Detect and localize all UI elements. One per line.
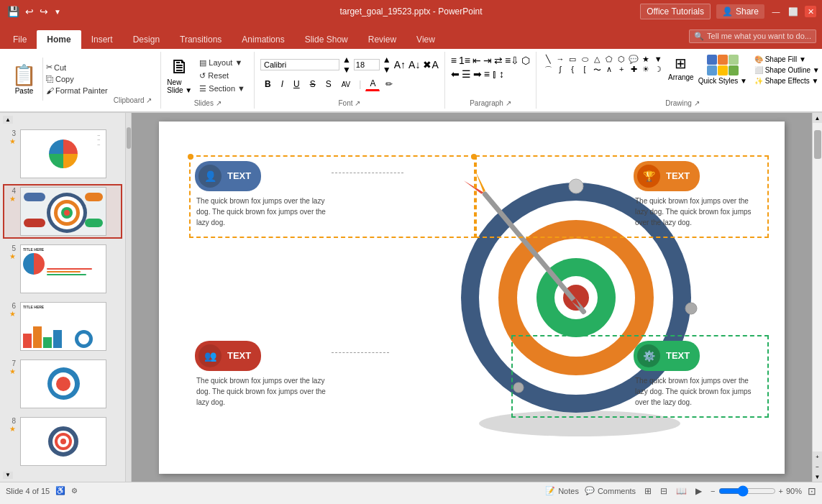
shape-effects-button[interactable]: ✨ Shape Effects ▼ <box>752 76 822 86</box>
slide-panel-scrollbar[interactable] <box>126 113 132 482</box>
normal-view-button[interactable]: ⊞ <box>641 485 654 498</box>
notes-button[interactable]: 📝 Notes <box>545 486 579 495</box>
shape-wave[interactable]: 〜 <box>591 65 603 75</box>
increase-indent-button[interactable]: ⇥ <box>483 55 492 66</box>
tab-transitions[interactable]: Transitions <box>170 30 232 49</box>
layout-button[interactable]: ▤ Layout ▼ <box>196 58 248 68</box>
tab-slideshow[interactable]: Slide Show <box>295 30 358 49</box>
scroll-up-right[interactable]: ▲ <box>813 113 823 123</box>
zoom-out-button[interactable]: − <box>711 487 715 495</box>
tab-insert[interactable]: Insert <box>81 30 123 49</box>
italic-button[interactable]: I <box>277 78 288 91</box>
minimize-button[interactable]: — <box>770 6 782 17</box>
bullets-button[interactable]: ≡ <box>451 55 457 66</box>
ribbon-search[interactable]: 🔍 Tell me what you want to do... <box>689 29 816 43</box>
tab-home[interactable]: Home <box>37 30 81 49</box>
shape-curve[interactable]: ⌒ <box>542 65 554 75</box>
slide-item-3[interactable]: 3 ★ ─── <box>3 127 122 181</box>
scroll-down-button[interactable]: ▼ <box>3 472 13 480</box>
shape-plus[interactable]: + <box>616 65 627 75</box>
shape-pentagon[interactable]: ⬠ <box>603 55 615 64</box>
tab-view[interactable]: View <box>406 30 445 49</box>
shape-triangle[interactable]: △ <box>591 55 603 64</box>
comments-button[interactable]: 💬 Comments <box>585 486 636 495</box>
tab-animations[interactable]: Animations <box>232 30 294 49</box>
format-painter-button[interactable]: 🖌 Format Painter <box>43 86 111 96</box>
shape-sun[interactable]: ☀ <box>640 65 652 75</box>
slideshow-button[interactable]: ▶ <box>693 485 705 498</box>
align-right-button[interactable]: ➡ <box>473 68 482 80</box>
char-spacing-button[interactable]: AV <box>337 79 355 90</box>
text-direction-button[interactable]: ⇄ <box>494 55 503 66</box>
font-color-button[interactable]: A <box>365 77 380 91</box>
zoom-slider[interactable] <box>718 485 776 497</box>
fit-slide-button[interactable]: ⊡ <box>808 485 816 497</box>
shape-line[interactable]: ╲ <box>542 55 554 64</box>
quick-styles-button[interactable]: Quick Styles ▼ <box>698 55 747 85</box>
justify-button[interactable]: ≡ <box>484 68 490 80</box>
arrange-button[interactable]: ⊞ Arrange <box>668 55 694 81</box>
decrease-indent-button[interactable]: ⇤ <box>472 55 481 66</box>
zoom-in-button[interactable]: + <box>779 487 783 495</box>
tab-design[interactable]: Design <box>123 30 170 49</box>
decrease-font-size-button[interactable]: A↓ <box>408 59 420 70</box>
restore-button[interactable]: ⬜ <box>787 6 799 17</box>
new-slide-button[interactable]: 🗎 NewSlide ▼ <box>167 55 192 94</box>
shape-bracket[interactable]: [ <box>579 65 590 75</box>
scroll-up-button[interactable]: ▲ <box>3 116 13 124</box>
shape-curve2[interactable]: ∫ <box>554 65 566 75</box>
customize-icon[interactable]: ▼ <box>52 8 63 16</box>
undo-icon[interactable]: ↩ <box>24 6 35 17</box>
shape-moon[interactable]: ☽ <box>652 65 664 75</box>
font-size-input[interactable] <box>354 59 380 70</box>
scroll-down-right[interactable]: ▼ <box>813 472 823 482</box>
slide-item-7[interactable]: 7 ★ <box>3 357 122 411</box>
slide-canvas[interactable]: 👤 TEXT The quick brown fox jumps over th… <box>159 122 785 474</box>
share-button[interactable]: 👤 Share <box>716 4 764 19</box>
reading-view-button[interactable]: 📖 <box>673 485 690 498</box>
scroll-zoom-in[interactable]: + <box>813 452 823 462</box>
shadow-button[interactable]: S <box>321 78 336 91</box>
bold-button[interactable]: B <box>260 78 275 91</box>
close-button[interactable]: ✕ <box>805 6 816 17</box>
line-spacing-button[interactable]: ↕ <box>499 68 504 80</box>
copy-button[interactable]: ⿻ Copy <box>43 74 77 84</box>
slide-item-6[interactable]: 6 ★ TITLE HERE <box>3 299 122 354</box>
shape-oval[interactable]: ⬭ <box>579 55 590 64</box>
right-scrollbar[interactable]: ▲ + − ▼ <box>812 113 822 482</box>
tab-file[interactable]: File <box>3 30 37 49</box>
increase-font-size-button[interactable]: A↑ <box>394 59 406 70</box>
shape-brace[interactable]: { <box>567 65 578 75</box>
smartart-button[interactable]: ⬡ <box>521 55 530 66</box>
reset-button[interactable]: ↺ Reset <box>196 70 248 81</box>
align-center-button[interactable]: ☰ <box>462 68 471 80</box>
shape-arrow[interactable]: → <box>554 55 566 64</box>
slide-sorter-button[interactable]: ⊟ <box>657 485 670 498</box>
save-icon[interactable]: 💾 <box>6 6 21 17</box>
font-name-input[interactable] <box>260 59 339 70</box>
underline-button[interactable]: U <box>289 78 304 91</box>
strikethrough-button[interactable]: S <box>306 78 320 91</box>
clear-format-button[interactable]: ✖A <box>423 59 438 70</box>
shape-hex[interactable]: ⬡ <box>616 55 627 64</box>
shape-outline-button[interactable]: ⬜ Shape Outline ▼ <box>752 65 822 75</box>
slide-item-4[interactable]: 4 ★ <box>3 184 122 239</box>
slide-item-8[interactable]: 8 ★ <box>3 414 122 469</box>
redo-icon[interactable]: ↪ <box>38 6 50 17</box>
numbering-button[interactable]: 1≡ <box>459 55 470 66</box>
section-button[interactable]: ☰ Section ▼ <box>196 83 248 94</box>
shape-more[interactable]: ▼ <box>652 55 664 64</box>
align-left-button[interactable]: ⬅ <box>451 68 460 80</box>
slide-item-5[interactable]: 5 ★ TITLE HERE <box>3 242 122 296</box>
shape-star[interactable]: ★ <box>640 55 652 64</box>
cut-button[interactable]: ✂ Cut <box>43 62 69 73</box>
text-highlight-button[interactable]: ✏ <box>381 78 397 91</box>
columns-button[interactable]: ⫿ <box>492 68 497 80</box>
shape-zigzag[interactable]: ∧ <box>603 65 615 75</box>
shape-fill-button[interactable]: 🎨 Shape Fill ▼ <box>752 55 822 64</box>
shape-callout[interactable]: 💬 <box>628 55 639 64</box>
shape-cross[interactable]: ✚ <box>628 65 639 75</box>
scroll-zoom-out[interactable]: − <box>813 462 823 472</box>
office-tutorials-button[interactable]: Office Tutorials <box>640 4 711 19</box>
align-text-button[interactable]: ≡⇩ <box>505 55 519 66</box>
